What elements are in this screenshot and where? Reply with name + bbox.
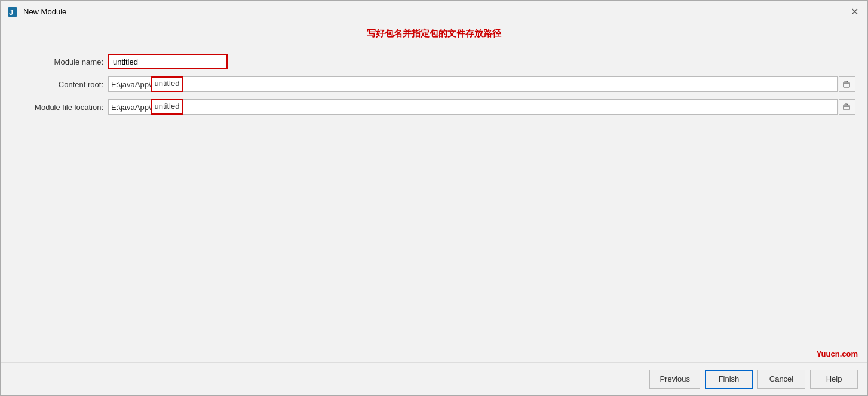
content-root-prefix: E:\javaApp\ — [111, 80, 151, 89]
dialog-title: New Module — [23, 7, 66, 16]
instruction-text: 写好包名并指定包的文件存放路径 — [1, 23, 867, 44]
module-name-input[interactable] — [108, 54, 228, 69]
svg-text:J: J — [9, 8, 13, 17]
content-spacer — [1, 213, 867, 362]
module-file-suffix: untitled — [151, 99, 183, 115]
app-icon: J — [7, 6, 19, 18]
finish-button[interactable]: Finish — [705, 370, 753, 389]
form-area: Module name: Content root: E:\javaApp\un… — [1, 44, 867, 213]
module-file-prefix: E:\javaApp\ — [111, 103, 151, 112]
content-root-label: Content root: — [13, 80, 108, 89]
content-root-input-wrapper: E:\javaApp\untitled — [108, 76, 855, 92]
module-name-row: Module name: — [13, 54, 855, 69]
watermark: Yuucn.com — [817, 349, 858, 358]
title-bar-left: J New Module — [7, 6, 66, 18]
previous-button[interactable]: Previous — [649, 370, 700, 389]
module-name-label: Module name: — [13, 57, 108, 66]
cancel-button[interactable]: Cancel — [757, 370, 805, 389]
module-file-input-wrapper: E:\javaApp\untitled — [108, 99, 855, 115]
dialog: J New Module ✕ 写好包名并指定包的文件存放路径 Module na… — [0, 0, 868, 396]
svg-rect-2 — [844, 82, 849, 87]
title-bar: J New Module ✕ — [1, 1, 867, 23]
content-root-browse-button[interactable] — [839, 76, 855, 92]
content-root-row: Content root: E:\javaApp\untitled — [13, 76, 855, 92]
bottom-bar: Previous Finish Cancel Help — [1, 362, 867, 395]
module-file-location-label: Module file location: — [13, 103, 108, 112]
module-file-browse-button[interactable] — [839, 99, 855, 115]
help-button[interactable]: Help — [810, 370, 858, 389]
module-file-location-row: Module file location: E:\javaApp\untitle… — [13, 99, 855, 115]
svg-rect-3 — [844, 105, 849, 110]
content-root-suffix: untitled — [151, 76, 183, 92]
module-name-input-wrapper — [108, 54, 855, 69]
close-button[interactable]: ✕ — [847, 5, 861, 19]
